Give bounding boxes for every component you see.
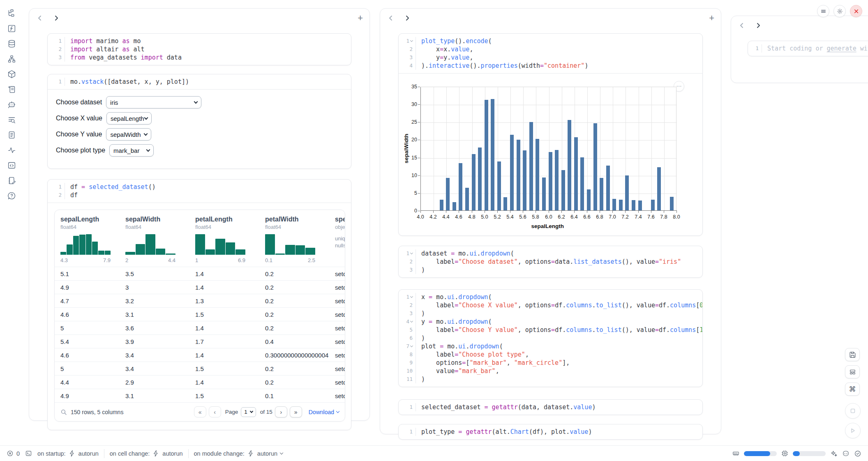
- bar: [510, 135, 514, 210]
- empty-cell[interactable]: 1 Start coding or generate with AI: [748, 41, 868, 56]
- keyboard-shortcuts-button[interactable]: ⌘: [845, 383, 860, 396]
- chevron-left-icon[interactable]: [387, 14, 395, 23]
- sidebar-help-icon[interactable]: [7, 191, 16, 201]
- chevron-down-icon: [144, 115, 148, 120]
- download-button[interactable]: Download: [309, 409, 339, 415]
- histogram-bar: [67, 244, 72, 255]
- chevron-right-icon[interactable]: [754, 22, 762, 30]
- fold-chevron-icon[interactable]: [410, 295, 413, 298]
- x-tick: [433, 211, 434, 213]
- x-tick: [600, 211, 600, 213]
- sidebar-file-tree-icon[interactable]: [7, 9, 16, 18]
- sidebar-document-icon[interactable]: [7, 131, 16, 140]
- code-editor[interactable]: 1dataset = mo.ui.dropdown(2 label="Choos…: [399, 246, 702, 277]
- code-editor[interactable]: 1plot_type().encode(2 x=x.value,3 y=y.va…: [399, 34, 702, 73]
- histogram-bar: [86, 234, 92, 255]
- table-cell: 3.2: [120, 297, 189, 304]
- settings-button[interactable]: [833, 5, 846, 17]
- page-total-label: of 15: [260, 409, 272, 415]
- sidebar-database-icon[interactable]: [7, 39, 16, 48]
- sidebar-scroll-icon[interactable]: [7, 85, 16, 94]
- sidebar-list-search-icon[interactable]: [7, 115, 16, 124]
- histogram-bar: [156, 249, 166, 255]
- next-page-button[interactable]: ›: [275, 406, 287, 417]
- sidebar-code-snippet-icon[interactable]: [7, 161, 16, 170]
- table-row: 4.63.11.50.2setosa: [55, 307, 345, 321]
- bar: [625, 175, 629, 210]
- ai-sparkle-icon[interactable]: [830, 450, 838, 457]
- code-editor[interactable]: 1x = mo.ui.dropdown(2 label="Choose X va…: [399, 290, 702, 387]
- code-editor[interactable]: 1import marimo as mo2import altair as al…: [48, 34, 351, 65]
- sidebar-dependency-graph-icon[interactable]: [7, 55, 16, 64]
- column-header[interactable]: sepalLengthfloat644.37.9: [55, 216, 120, 263]
- page-select[interactable]: 1: [241, 407, 256, 417]
- last-page-button[interactable]: »: [290, 406, 302, 417]
- bar: [452, 202, 456, 210]
- fold-chevron-icon[interactable]: [410, 344, 413, 347]
- errors-indicator[interactable]: 0: [7, 450, 20, 457]
- x-tick-label: 6.4: [567, 214, 581, 220]
- sidebar-chat-bot-icon[interactable]: [7, 100, 16, 109]
- altair-chart[interactable]: ⋯ 4.04.24.44.64.85.05.25.45.65.86.06.26.…: [399, 74, 702, 235]
- code-editor[interactable]: 1df = selected_dataset()2df: [48, 180, 351, 203]
- layout-button[interactable]: [845, 365, 860, 378]
- y-value-dropdown[interactable]: sepalWidth: [106, 128, 151, 141]
- search-icon[interactable]: [60, 409, 67, 415]
- y-tick-label: 10: [405, 173, 417, 178]
- copilot-icon[interactable]: [842, 450, 850, 457]
- chevron-left-icon[interactable]: [738, 22, 746, 30]
- bar: [670, 197, 674, 210]
- code-line: x=x.value,: [416, 45, 702, 53]
- add-cell-button[interactable]: +: [709, 14, 714, 23]
- code-editor[interactable]: 1plot_type = getattr(alt.Chart(df), plot…: [399, 424, 702, 439]
- shutdown-button[interactable]: [850, 5, 862, 17]
- code-line: plot = mo.ui.dropdown(: [416, 342, 703, 350]
- chevron-left-icon[interactable]: [36, 14, 44, 23]
- code-editor[interactable]: 1mo.vstack([dataset, x, y, plot]): [48, 74, 351, 89]
- fold-chevron-icon[interactable]: [410, 39, 413, 42]
- x-value-dropdown[interactable]: sepalLength: [106, 112, 152, 124]
- terminal-button[interactable]: [25, 450, 32, 457]
- table-cell: 0.2: [259, 325, 329, 332]
- stop-button[interactable]: [845, 403, 861, 419]
- code-editor[interactable]: 1selected_dataset = getattr(data, datase…: [399, 400, 702, 415]
- first-page-button[interactable]: «: [194, 406, 206, 417]
- column-header[interactable]: petalWidthfloat640.12.5: [259, 216, 329, 263]
- sidebar-package-cube-icon[interactable]: [7, 70, 16, 79]
- fold-chevron-icon[interactable]: [410, 251, 413, 254]
- sidebar-scratchpad-icon[interactable]: [7, 176, 16, 185]
- dataset-dropdown[interactable]: iris: [106, 96, 201, 108]
- save-button[interactable]: [845, 348, 860, 361]
- table-cell: setosa: [329, 284, 345, 291]
- fold-chevron-icon[interactable]: [410, 320, 413, 323]
- x-tick-label: 5.2: [490, 214, 504, 220]
- on-cell-change-toggle[interactable]: on cell change: autorun: [110, 450, 183, 457]
- on-startup-toggle[interactable]: on startup: autorun: [37, 450, 99, 457]
- menu-button[interactable]: [817, 5, 829, 17]
- table-cell: 1.4: [189, 352, 259, 359]
- connection-status-icon[interactable]: [854, 450, 861, 457]
- x-tick-label: 5.4: [503, 214, 517, 220]
- plot-type-dropdown[interactable]: mark_bar: [109, 144, 154, 157]
- x-tick-label: 5.6: [516, 214, 530, 220]
- column-histogram: [125, 234, 175, 255]
- bar: [536, 139, 539, 210]
- column-header[interactable]: petalLengthfloat6416.9: [189, 216, 259, 263]
- chevron-right-icon[interactable]: [403, 14, 411, 23]
- sidebar-function-square-icon[interactable]: [7, 24, 16, 33]
- run-button[interactable]: [845, 423, 861, 438]
- add-cell-button[interactable]: +: [358, 14, 363, 23]
- on-module-change-toggle[interactable]: on module change: autorun: [194, 450, 283, 457]
- x-tick-label: 5.0: [478, 214, 492, 220]
- column-header[interactable]: sepalWidthfloat6424.4: [120, 216, 189, 263]
- chevron-right-icon[interactable]: [52, 14, 60, 23]
- sidebar-activity-icon[interactable]: [7, 146, 16, 155]
- y-tick-label: 30: [405, 101, 417, 107]
- column-header[interactable]: speciesobjectunique:nulls:: [329, 216, 345, 263]
- cpu-usage-meter: [793, 451, 826, 456]
- column-histogram: [60, 234, 111, 255]
- y-tick: [418, 158, 420, 158]
- y-tick: [418, 175, 420, 176]
- generate-link[interactable]: generate: [827, 45, 856, 52]
- prev-page-button[interactable]: ‹: [209, 406, 221, 417]
